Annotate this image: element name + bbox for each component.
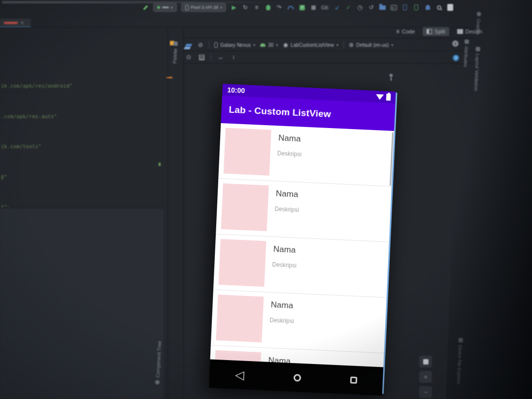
orientation-vertical-icon[interactable]: ↕ [230,53,237,62]
item-name: Nama [278,133,301,144]
tab-code[interactable]: ≡ Code [392,27,419,36]
item-name: Nama [270,300,293,311]
component-tree-tab[interactable]: Component Tree [156,341,161,385]
item-thumbnail [221,183,269,231]
chevron-down-icon: ▾ [253,43,255,47]
viewing-options-icon[interactable]: ⊘ [197,40,204,49]
app-title: Lab - Custom ListView [229,104,331,120]
layout-validation-icon [476,47,480,51]
device-manager-icon[interactable] [413,3,420,12]
android-icon [260,43,266,47]
attach-debugger-icon[interactable]: ↷ [276,3,283,12]
palette-icon [173,41,178,46]
history-button[interactable]: ◷ [356,3,363,12]
project-structure-icon[interactable] [379,3,386,12]
status-time: 10:00 [227,86,245,95]
canvas-zoom-controls: + − [419,356,432,398]
battery-icon [386,94,391,100]
design-panel-border [183,27,184,399]
gutter-color-marker [159,163,161,166]
code-line: .com/apk/res-auto" [1,112,72,122]
component-tree-icon [155,380,160,384]
home-button[interactable] [293,374,301,382]
chevron-down-icon: ▾ [391,43,393,47]
zoom-in-button[interactable]: + [419,371,432,383]
git-commit-button[interactable]: ✓ [345,3,352,12]
layout-validation-tab[interactable]: Layout Validation [474,47,480,91]
attributes-tab[interactable]: Attributes [464,39,469,67]
avd-manager-icon[interactable] [401,3,408,12]
device-icon [185,5,189,10]
chevron-down-icon: ▾ [171,5,173,10]
app-module-icon [157,6,160,9]
wrench-icon [389,74,394,81]
item-name: Nama [273,244,296,255]
search-everywhere-icon[interactable] [435,3,442,12]
profiler-gauge-icon[interactable] [287,3,294,12]
rollback-button[interactable]: ↺ [367,3,374,12]
close-icon[interactable]: × [21,20,24,26]
design-toolbar-separator-2 [183,51,473,51]
layout-preview-phone[interactable]: 10:00 Lab - Custom ListView Nama Deskrip… [209,84,396,396]
run-config-name [162,6,169,8]
chevron-down-icon: ▾ [276,43,278,47]
phone-icon [214,42,218,48]
listview[interactable]: Nama Deskripsi Nama Deskripsi Nama Deskr… [210,123,394,367]
split-icon [427,29,432,34]
help-icon[interactable]: ? [453,55,459,61]
item-name: Nama [276,189,299,200]
back-button[interactable]: ◁ [235,369,245,381]
item-description: Deskripsi [274,205,299,213]
variants-menu-icon[interactable] [198,53,205,62]
logcat-terminal-icon[interactable]: ▸ [390,3,397,12]
design-icon [457,29,463,34]
run-list-icon[interactable]: ≡ [253,3,260,12]
api-version-select[interactable]: 30 ▾ [260,42,278,48]
recents-button[interactable] [350,376,358,384]
sync-notification-icon[interactable] [424,3,431,12]
device-file-explorer-tab[interactable]: Device File Explorer [457,338,462,385]
gradle-tab[interactable]: Gradle [476,12,481,33]
list-item[interactable]: Nama Deskripsi [213,234,389,298]
attributes-icon [465,39,469,44]
design-surface-icon[interactable] [185,40,192,49]
editor-mode-tabs: ≡ Code Split Design [392,27,486,36]
view-options-eye-icon[interactable]: ⊙ [185,53,192,62]
list-item[interactable]: Nama Deskripsi [218,123,394,187]
settings-icon[interactable] [447,3,454,12]
list-item[interactable]: Nama Deskripsi [216,179,392,242]
tab-split[interactable]: Split [423,27,449,36]
wifi-icon [376,94,384,100]
stop-button[interactable] [310,3,317,12]
profile-app-icon[interactable]: ↗ [299,3,305,12]
split-divider[interactable] [167,27,168,399]
theme-select[interactable]: ◉ LabCustomListView ▾ [283,42,338,48]
globe-icon: ⊕ [349,42,354,48]
code-icon: ≡ [396,28,399,35]
debug-button[interactable] [265,3,271,12]
device-select[interactable]: Pixel 3 API 28 ▾ [181,3,226,12]
editor-file-tab[interactable]: × [0,19,31,28]
profile-run-icon[interactable]: ↻ [242,3,249,12]
issue-panel-icon[interactable]: ! [452,40,459,47]
main-toolbar: ▾ Pixel 3 API 28 ▾ ▶ ↻ ≡ ↷ ↗ Git: ↙ ✓ ◷ … [142,1,454,13]
git-update-button[interactable]: ↙ [333,3,340,12]
build-hammer-icon[interactable] [142,3,149,12]
device-for-preview-select[interactable]: Galaxy Nexus ▾ [214,42,255,48]
item-thumbnail [224,128,271,175]
orientation-horizontal-icon[interactable]: ↔ [217,53,224,62]
run-configuration-select[interactable]: ▾ [153,3,177,12]
chevron-down-icon: ▾ [220,5,222,10]
run-button[interactable]: ▶ [231,3,237,12]
zoom-out-button[interactable]: − [419,386,432,398]
locale-select[interactable]: ⊕ Default (en-us) ▾ [349,42,393,48]
design-toolbar: ⊘ Galaxy Nexus ▾ 30 ▾ ◉ LabCustomListVie… [185,39,393,51]
device-name: Pixel 3 API 28 [191,5,218,10]
gradle-elephant-icon [477,12,481,16]
zoom-to-fit-button[interactable] [419,356,432,367]
design-canvas-separator [183,63,473,64]
chevron-down-icon: ▾ [336,43,338,47]
palette-tab[interactable]: Palette [172,41,178,64]
list-item[interactable]: Nama Deskripsi [211,290,387,354]
design-toolbar-secondary: ⊙ ↔ ↕ [185,52,237,63]
